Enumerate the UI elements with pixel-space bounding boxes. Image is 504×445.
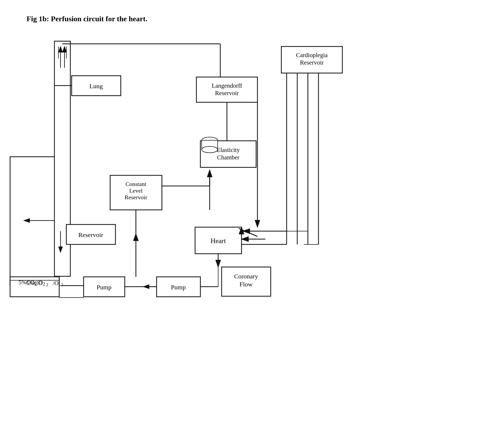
svg-text:2: 2 bbox=[46, 282, 48, 287]
svg-text:Lung: Lung bbox=[89, 83, 103, 90]
page: Fig 1b: Perfusion circuit for the heart. bbox=[0, 0, 504, 445]
svg-text:Flow: Flow bbox=[239, 281, 253, 288]
svg-text:Reservoir: Reservoir bbox=[300, 59, 324, 66]
svg-rect-44 bbox=[202, 140, 218, 150]
svg-rect-12 bbox=[72, 76, 121, 96]
svg-text:Chamber: Chamber bbox=[217, 154, 240, 161]
svg-rect-52 bbox=[281, 46, 342, 73]
svg-text:Reservoir: Reservoir bbox=[124, 194, 147, 201]
svg-text:Pump: Pump bbox=[97, 284, 111, 291]
svg-line-61 bbox=[239, 228, 257, 236]
svg-text:Reservoir: Reservoir bbox=[215, 90, 239, 96]
svg-rect-37 bbox=[196, 77, 257, 102]
svg-text:Elasticity: Elasticity bbox=[217, 147, 240, 153]
co2-o2-label: 5%CO2/O2 bbox=[19, 279, 45, 287]
svg-rect-46 bbox=[195, 227, 242, 254]
svg-rect-29 bbox=[110, 175, 162, 210]
svg-text:Reservoir: Reservoir bbox=[78, 231, 103, 238]
svg-text:Coronary: Coronary bbox=[234, 273, 258, 280]
svg-rect-3 bbox=[54, 41, 70, 276]
svg-rect-2 bbox=[10, 157, 59, 286]
svg-text:Heart: Heart bbox=[210, 237, 226, 245]
svg-point-45 bbox=[202, 146, 218, 153]
svg-rect-40 bbox=[200, 141, 256, 167]
svg-text:Langendorff: Langendorff bbox=[212, 82, 242, 89]
svg-rect-48 bbox=[222, 267, 271, 296]
svg-rect-24 bbox=[157, 277, 200, 297]
svg-text:2: 2 bbox=[61, 282, 63, 287]
diagram-svg: Lung Reservoir 5%CO 2 /O 2 Pump Pump Con… bbox=[0, 0, 504, 445]
svg-text:/O: /O bbox=[53, 280, 59, 286]
svg-rect-22 bbox=[84, 277, 125, 297]
svg-text:Cardioplegia: Cardioplegia bbox=[296, 52, 328, 58]
svg-point-43 bbox=[202, 137, 218, 143]
svg-rect-15 bbox=[66, 224, 115, 244]
svg-text:Pump: Pump bbox=[171, 284, 186, 291]
svg-text:Level: Level bbox=[129, 187, 143, 194]
svg-text:Constant: Constant bbox=[126, 181, 146, 187]
figure-title: Fig 1b: Perfusion circuit for the heart. bbox=[27, 15, 147, 23]
